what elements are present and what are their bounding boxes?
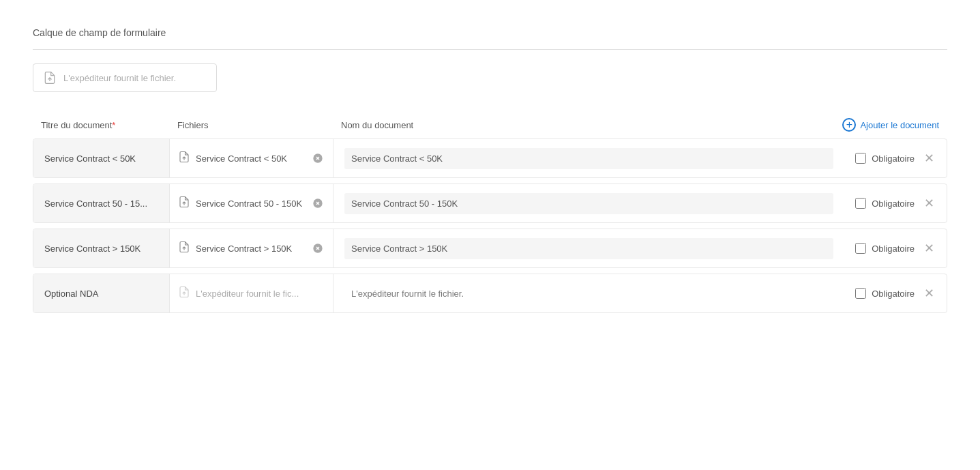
row-actions-cell: Obligatoire ✕ [844,274,947,312]
table-header: Titre du document* Fichiers Nom du docum… [33,114,947,136]
section-title: Calque de champ de formulaire [33,27,947,38]
divider [33,49,947,50]
table-row: Service Contract > 150K Service Contract… [33,229,947,268]
row-file-cell: Service Contract 50 - 150K [170,184,333,222]
remove-file-button[interactable] [311,196,325,210]
doc-name-input[interactable] [344,283,833,304]
obligatoire-text: Obligatoire [872,199,915,209]
col-doc-name-header: Nom du document [341,120,842,130]
delete-row-button[interactable]: ✕ [923,239,936,257]
file-icon [178,286,190,301]
delete-row-button[interactable]: ✕ [923,149,936,167]
remove-file-button[interactable] [311,241,325,255]
add-document-button[interactable]: + Ajouter le document [842,118,939,132]
obligatoire-label[interactable]: Obligatoire [855,153,915,164]
row-name-cell [333,139,844,177]
obligatoire-checkbox[interactable] [855,288,866,299]
obligatoire-checkbox[interactable] [855,198,866,209]
obligatoire-text: Obligatoire [872,244,915,254]
row-actions-cell: Obligatoire ✕ [844,139,947,177]
obligatoire-label[interactable]: Obligatoire [855,243,915,254]
obligatoire-text: Obligatoire [872,289,915,299]
table-row: Service Contract 50 - 15... Service Cont… [33,183,947,223]
row-name-cell [333,184,844,222]
row-file-cell: L'expéditeur fournit le fic... [170,274,333,312]
remove-file-button[interactable] [311,151,325,165]
row-title-cell: Optional NDA [33,274,170,312]
row-title: Service Contract 50 - 15... [44,199,147,209]
doc-name-input[interactable] [344,148,833,169]
row-title: Service Contract > 150K [44,244,140,254]
row-file-cell: Service Contract < 50K [170,139,333,177]
row-title-cell: Service Contract 50 - 15... [33,184,170,222]
col-files-header: Fichiers [177,120,341,130]
plus-icon: + [842,118,856,132]
row-actions-cell: Obligatoire ✕ [844,184,947,222]
row-file-placeholder: L'expéditeur fournit le fic... [196,289,325,299]
obligatoire-checkbox[interactable] [855,243,866,254]
file-icon [178,151,190,166]
obligatoire-checkbox[interactable] [855,153,866,164]
file-input-placeholder: L'expéditeur fournit le fichier. [63,73,176,83]
doc-name-input[interactable] [344,193,833,214]
row-file-name: Service Contract < 50K [196,153,306,164]
obligatoire-label[interactable]: Obligatoire [855,198,915,209]
row-title-cell: Service Contract < 50K [33,139,170,177]
add-doc-label: Ajouter le document [860,120,939,130]
row-title: Optional NDA [44,289,98,299]
obligatoire-text: Obligatoire [872,153,915,164]
row-name-cell [333,274,844,312]
table-row: Optional NDA L'expéditeur fournit le fic… [33,274,947,313]
file-input-area[interactable]: L'expéditeur fournit le fichier. [33,63,217,92]
delete-row-button[interactable]: ✕ [923,194,936,212]
doc-name-input[interactable] [344,238,833,259]
row-actions-cell: Obligatoire ✕ [844,229,947,267]
row-file-name: Service Contract 50 - 150K [196,199,306,209]
row-name-cell [333,229,844,267]
file-icon [178,241,190,256]
col-title-header: Titre du document* [41,120,177,130]
file-icon [178,196,190,211]
file-upload-icon [43,71,57,85]
table-row: Service Contract < 50K Service Contract … [33,138,947,178]
row-file-cell: Service Contract > 150K [170,229,333,267]
row-file-name: Service Contract > 150K [196,244,306,254]
row-title-cell: Service Contract > 150K [33,229,170,267]
delete-row-button[interactable]: ✕ [923,284,936,302]
obligatoire-label[interactable]: Obligatoire [855,288,915,299]
row-title: Service Contract < 50K [44,153,136,164]
